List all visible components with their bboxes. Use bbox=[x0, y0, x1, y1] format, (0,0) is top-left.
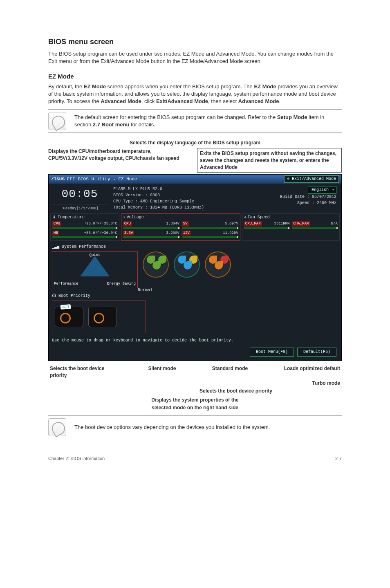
disk-icon-2[interactable] bbox=[88, 307, 117, 327]
boot-menu-button[interactable]: Boot Menu(F8) bbox=[250, 348, 294, 357]
normal-mode[interactable] bbox=[143, 251, 169, 278]
pencil-icon bbox=[48, 418, 66, 436]
thermometer-icon: 🌡 bbox=[52, 215, 56, 220]
voltage-panel: ⚡Voltage CPU1.384V 3.3V3.200V 5V5.097V 1… bbox=[121, 213, 240, 241]
temperature-panel: 🌡Temperature CPU+95.0°F/+35.0°C MB+86.0°… bbox=[50, 213, 119, 241]
exit-icon: ⎆ bbox=[287, 177, 292, 181]
bios-hint-text: Use the mouse to drag or keyboard to nav… bbox=[49, 336, 341, 345]
callout-right: Exits the BIOS setup program without sav… bbox=[197, 148, 342, 173]
clock-date: Tuesday[1/1/2008] bbox=[51, 204, 108, 211]
fan-turbo-icon bbox=[205, 251, 231, 278]
build-date-line: Build Date : 05/07/2012 bbox=[227, 194, 336, 200]
perf-quiet-label: Quiet bbox=[89, 253, 100, 258]
callout-standard: Standard mode bbox=[211, 365, 249, 379]
note-box-1: The default screen for entering the BIOS… bbox=[48, 109, 342, 133]
bios-titlebar: /ISUS EFI BIOS Utility - EZ Mode ⎆ Exit/… bbox=[49, 175, 341, 184]
boot-row: UEFI bbox=[49, 300, 341, 336]
callout-language: Selects the display language of the BIOS… bbox=[48, 139, 342, 146]
bios-footer: Boot Menu(F8) Default(F5) bbox=[49, 345, 341, 361]
system-info: F1A55-M LX PLUS R2.0 BIOS Version : 0303… bbox=[113, 186, 222, 211]
system-performance-title: ▁▃▅ System Performance bbox=[49, 243, 341, 251]
standard-mode[interactable] bbox=[174, 251, 200, 278]
normal-label: Normal bbox=[138, 287, 152, 293]
footer-left: Chapter 2: BIOS information bbox=[48, 456, 105, 462]
callout-sys-props-1: Displays the system properties of the bbox=[48, 397, 342, 404]
callout-turbo: Turbo mode bbox=[311, 380, 342, 387]
cpu-type-line: CPU Type : AMD Engineering Sample bbox=[113, 198, 222, 204]
note-text: The default screen for entering the BIOS… bbox=[74, 114, 342, 128]
bar-chart-icon: ▁▃▅ bbox=[52, 245, 62, 249]
callouts-bottom: Selects the boot device priority Silent … bbox=[48, 365, 342, 411]
note-2-text: The boot device options vary depending o… bbox=[74, 424, 270, 431]
ez-mode-heading: EZ Mode bbox=[48, 72, 342, 81]
footer-right: 2-7 bbox=[335, 456, 342, 462]
total-memory-line: Total Memory : 1024 MB (DDR3 1333MHz) bbox=[113, 204, 222, 211]
callout-select-boot-2: Selects the boot device priority bbox=[130, 388, 342, 395]
turbo-mode[interactable] bbox=[205, 251, 231, 278]
perf-performance-label: Performance bbox=[54, 281, 78, 287]
model-line: F1A55-M LX PLUS R2.0 bbox=[113, 186, 222, 192]
callout-sys-props-2: selected mode on the right hand side bbox=[48, 404, 342, 411]
bolt-icon: ⚡ bbox=[123, 215, 126, 220]
callout-boot-priority: Selects the boot device priority bbox=[48, 365, 114, 379]
default-button[interactable]: Default(F5) bbox=[297, 348, 336, 357]
page-title: BIOS menu screen bbox=[48, 37, 342, 47]
note-box-2: The boot device options vary depending o… bbox=[48, 415, 342, 439]
boot-device-box[interactable]: UEFI bbox=[52, 301, 146, 333]
callout-left: Displays the CPU/motherboard temperature… bbox=[48, 148, 187, 173]
bios-screenshot: /ISUS EFI BIOS Utility - EZ Mode ⎆ Exit/… bbox=[48, 174, 342, 361]
fan-standard-icon bbox=[174, 251, 200, 278]
fan-icon: ✣ bbox=[244, 215, 247, 220]
ez-mode-paragraph: By default, the EZ Mode screen appears w… bbox=[48, 83, 342, 105]
bios-title-text: EFI BIOS Utility - EZ Mode bbox=[67, 176, 137, 182]
clock-time: 00:05 bbox=[51, 186, 108, 202]
bios-brand: /ISUS bbox=[51, 176, 65, 182]
fan-normal-icon bbox=[143, 251, 169, 278]
callouts-top: Selects the display language of the BIOS… bbox=[48, 139, 342, 173]
sensor-row: 🌡Temperature CPU+95.0°F/+35.0°C MB+86.0°… bbox=[49, 213, 341, 243]
bios-header: 00:05 Tuesday[1/1/2008] F1A55-M LX PLUS … bbox=[49, 184, 341, 213]
callout-loads-default: Loads optimized default bbox=[282, 365, 342, 379]
callout-silent: Silent mode bbox=[146, 365, 177, 379]
exit-advanced-button[interactable]: ⎆ Exit/Advanced Mode bbox=[284, 175, 339, 183]
performance-row: Quiet Performance Energy Saving Normal bbox=[49, 251, 341, 292]
boot-priority-title: ⏻ Boot Priority bbox=[49, 292, 341, 300]
disk-icon[interactable]: UEFI bbox=[55, 307, 83, 327]
fan-panel: ✣Fan Speed CPU_FAN3311RPM CHA_FANN/A bbox=[242, 213, 340, 241]
bios-version-line: BIOS Version : 0303 bbox=[113, 192, 222, 198]
page-footer: Chapter 2: BIOS information 2-7 bbox=[48, 456, 342, 462]
clock-box: 00:05 Tuesday[1/1/2008] bbox=[51, 186, 108, 211]
triangle-icon bbox=[80, 256, 110, 276]
performance-triangle[interactable]: Quiet Performance Energy Saving bbox=[52, 251, 138, 288]
language-dropdown[interactable]: English bbox=[308, 186, 336, 194]
perf-energy-label: Energy Saving bbox=[107, 281, 136, 287]
system-info-right: English Build Date : 05/07/2012 Speed : … bbox=[227, 186, 339, 211]
speed-line: Speed : 2400 MHz bbox=[227, 200, 336, 206]
uefi-badge: UEFI bbox=[60, 304, 71, 310]
power-icon: ⏻ bbox=[52, 294, 58, 298]
pencil-icon bbox=[48, 112, 66, 130]
intro-paragraph: The BIOS setup program can be used under… bbox=[48, 50, 342, 65]
